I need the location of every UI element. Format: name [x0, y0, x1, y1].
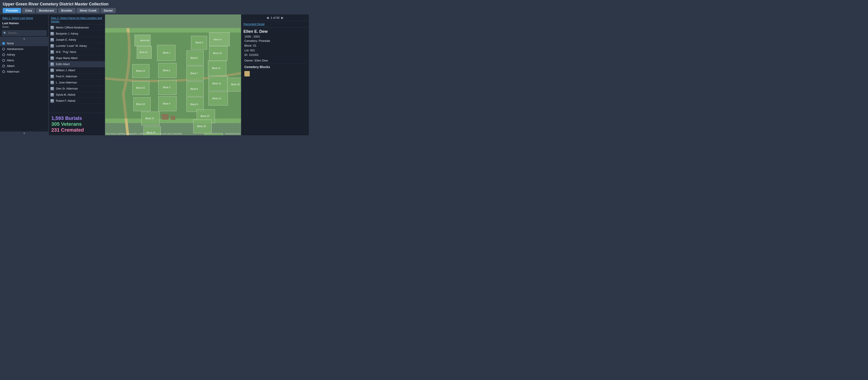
person-item[interactable]: Edith Albert [49, 61, 105, 67]
step2-link[interactable]: Step 2. Select Name for Map Location and… [51, 17, 102, 23]
stats-area: 1,593 Burials 305 Veterans 231 Cremated [49, 113, 105, 135]
detail-content: Ellen E. Dew 1936 - 2001 Cemetery: Pined… [241, 27, 309, 135]
next-button[interactable]: ▶ [281, 16, 284, 20]
search-icon: 🔍 [3, 32, 6, 35]
person-name-label: Fred H. Alderman [56, 75, 77, 78]
last-name-label: Akins [7, 59, 14, 62]
step1-header: Step 1. Select Last Name [0, 14, 49, 21]
app-title: Upper Green River Cemetery District Mast… [3, 2, 306, 6]
last-name-label: Abrahamson [7, 47, 24, 51]
person-item[interactable]: Fred H. Alderman [49, 74, 105, 80]
tab-boulder[interactable]: Boulder [58, 8, 75, 13]
person-flag-icon [51, 50, 54, 54]
persons-list: Melvin Clifford AbrahamsonBenjamin J. Ad… [49, 25, 105, 113]
scroll-up-button[interactable]: ▲ [0, 37, 49, 40]
last-name-item[interactable]: Albert [0, 63, 49, 69]
svg-rect-96 [171, 116, 176, 120]
svg-rect-95 [162, 114, 168, 120]
person-name-label: Joseph E. Adney [56, 38, 76, 41]
last-name-item[interactable]: Akins [0, 57, 49, 63]
person-name-label: W.E. "Pug" Akins [56, 51, 76, 54]
svg-text:Block 8: Block 8 [191, 88, 198, 90]
last-name-label: Albert [7, 64, 14, 68]
person-flag-icon [51, 99, 54, 103]
person-item[interactable]: Robert F. Aldred [49, 98, 105, 104]
last-name-label: Alderman [7, 70, 20, 73]
last-name-label: None [7, 41, 14, 45]
nav-count: 1 of 50 [271, 16, 280, 20]
stat-cremated: 231 Cremated [51, 127, 102, 133]
svg-text:Block 19: Block 19 [197, 125, 206, 127]
map-attribution: Esri, Maxar, Earthstar Geographics, CNES… [106, 133, 182, 135]
person-flag-icon [51, 93, 54, 96]
powered-by: Powered by Esri [225, 133, 240, 135]
map-area[interactable]: Block NW Block 24 Block 26 Block 1 Block… [105, 14, 241, 135]
tab-pinedale[interactable]: Pinedale [3, 8, 21, 13]
person-item[interactable]: Sylvia M. Aldred [49, 92, 105, 98]
person-name-label: Robert F. Aldred [56, 99, 75, 103]
person-flag-icon [51, 32, 54, 35]
person-name-label: Benjamin J. Adney [56, 32, 78, 35]
step2-header: Step 2. Select Name for Map Location and… [49, 14, 105, 25]
person-item[interactable]: Hope Maria Albert [49, 55, 105, 61]
cemetery-blocks-header: Cemetery Blocks [243, 64, 307, 70]
detail-years: 1936 - 2001 [243, 35, 307, 38]
svg-text:Block 12: Block 12 [213, 82, 221, 85]
recorded-detail-link[interactable]: Recorded Detail [241, 21, 309, 27]
last-name-item[interactable]: None [0, 40, 49, 46]
detail-nav: ◀ 1 of 50 ▶ [241, 14, 309, 21]
svg-rect-91 [205, 133, 223, 135]
person-flag-icon [51, 56, 54, 60]
svg-text:Block 6: Block 6 [191, 57, 198, 59]
person-flag-icon [51, 26, 54, 29]
tab-silver-creek[interactable]: Silver Creek [76, 8, 100, 13]
radio-dot [2, 65, 5, 67]
person-item[interactable]: Melvin Clifford Abrahamson [49, 25, 105, 31]
person-item[interactable]: Lucretia "Louie" M. Adney [49, 43, 105, 49]
tab-cora[interactable]: Cora [22, 8, 35, 13]
radio-dot [2, 53, 5, 56]
left-panel: Step 1. Select Last Name Last Names None… [0, 14, 49, 135]
person-item[interactable]: Glen Sr. Alderman [49, 86, 105, 92]
last-name-item[interactable]: Adney [0, 52, 49, 57]
person-name-label: William J. Albert [56, 69, 75, 72]
last-name-item[interactable]: Abrahamson [0, 46, 49, 52]
svg-text:Block 10: Block 10 [213, 52, 222, 55]
names-list: NoneAbrahamsonAdneyAkinsAlbertAlderman [0, 40, 49, 131]
svg-text:Block 3: Block 3 [163, 86, 170, 89]
search-input[interactable] [2, 30, 46, 36]
person-item[interactable]: L. June Alderman [49, 80, 105, 86]
last-name-label: Adney [7, 53, 15, 56]
svg-text:Block NW: Block NW [141, 39, 149, 41]
tab-daniel[interactable]: Daniel [101, 8, 116, 13]
person-item[interactable]: Joseph E. Adney [49, 37, 105, 43]
person-item[interactable]: Benjamin J. Adney [49, 31, 105, 37]
detail-id: ID: 101001 [243, 53, 307, 57]
svg-text:Block 11: Block 11 [212, 67, 221, 69]
step1-link[interactable]: Step 1. Select Last Name [2, 17, 33, 20]
person-name-label: L. June Alderman [56, 81, 77, 84]
svg-text:Block 17: Block 17 [146, 117, 154, 120]
detail-cemetery: Cemetery: Pinedale [243, 39, 307, 43]
tab-bondurant[interactable]: Bondurant [36, 8, 57, 13]
person-item[interactable]: W.E. "Pug" Akins [49, 49, 105, 55]
svg-text:Block 9: Block 9 [191, 103, 198, 106]
aerial-map: Block NW Block 24 Block 26 Block 1 Block… [105, 14, 241, 135]
last-name-item[interactable]: Alderman [0, 69, 49, 75]
tab-bar: PinedaleCoraBondurantBoulderSilver Creek… [3, 8, 306, 13]
person-name-label: Hope Maria Albert [56, 57, 78, 60]
block-icon [244, 71, 250, 77]
person-name-label: Sylvia M. Aldred [56, 93, 75, 96]
person-name-label: Melvin Clifford Abrahamson [56, 26, 89, 29]
svg-text:Block 5: Block 5 [196, 41, 203, 44]
detail-owner: Owner: Ellen Dew [243, 57, 307, 64]
person-flag-icon [51, 62, 54, 66]
person-name-label: Glen Sr. Alderman [56, 87, 78, 90]
svg-text:Block 15: Block 15 [136, 87, 145, 89]
prev-button[interactable]: ◀ [266, 16, 269, 20]
last-names-label: Last Names [0, 21, 49, 25]
person-name-label: Lucretia "Louie" M. Adney [56, 44, 87, 48]
main-layout: Step 1. Select Last Name Last Names None… [0, 14, 309, 135]
scroll-down-button[interactable]: ▼ [0, 131, 49, 135]
person-item[interactable]: William J. Albert [49, 67, 105, 74]
